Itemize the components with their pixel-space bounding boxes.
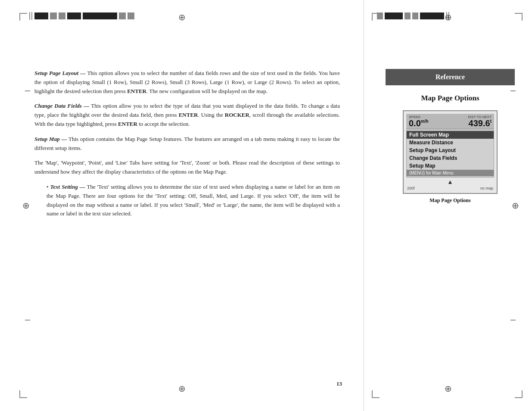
side-dash-left-top (25, 90, 30, 91)
change-data-fields-text4: to accept the selection. (137, 121, 190, 127)
menu-item-full-screen-map: Full Screen Map (407, 131, 494, 139)
page-container: ⊕ ⊕ ⊕ Setup Page Layout — This option al… (0, 0, 532, 411)
map-page-options-title: Map Page Options (386, 94, 515, 103)
top-bar-right (377, 12, 449, 20)
left-page: ⊕ ⊕ ⊕ Setup Page Layout — This option al… (0, 0, 364, 411)
right-page: ⊕ ⊕ ⊕ Reference Map Page Options SPEED 0… (364, 0, 532, 411)
menu-button: (MENU) for Main Menu (407, 170, 494, 176)
crosshair-top: ⊕ (178, 12, 186, 22)
change-data-fields-enter1: ENTER (179, 112, 198, 118)
tabs-info-text: The 'Map', 'Waypoint', 'Point', and 'Lin… (34, 159, 340, 175)
top-bar-left (29, 12, 134, 20)
device-scale: 200f (407, 186, 415, 190)
setup-page-layout-text2: . The new configuration will be displaye… (146, 88, 268, 94)
map-page-options-caption: Map Page Options (386, 197, 515, 204)
dist-section: DIST TO NEXT 439.6t (468, 115, 492, 128)
device-footer: 200f no map (406, 186, 494, 190)
change-data-fields-text2: . Using the (198, 112, 225, 118)
speed-value: 0.0m/h (409, 119, 429, 128)
setup-page-layout-para: Setup Page Layout — This option allows y… (34, 69, 340, 96)
text-setting-text: The 'Text' setting allows you to determi… (47, 184, 340, 217)
tabs-info-para: The 'Map', 'Waypoint', 'Point', and 'Lin… (34, 159, 340, 177)
corner-right-tr (515, 13, 523, 21)
side-dash-right-bottom (510, 320, 516, 321)
setup-page-layout-enter1: ENTER (127, 88, 146, 94)
change-data-fields-rocker: ROCKER (225, 112, 249, 118)
corner-bl (19, 390, 27, 398)
speed-unit: m/h (421, 119, 429, 124)
text-setting-label: Text Setting — (50, 184, 85, 190)
setup-map-label: Setup Map — (34, 136, 67, 142)
menu-item-measure-distance: Measure Distance (407, 139, 494, 146)
device-menu: Full Screen Map Measure Distance Setup P… (406, 130, 494, 177)
side-dash-right-top (510, 90, 516, 91)
setup-page-layout-label: Setup Page Layout — (34, 70, 86, 76)
corner-right-br (515, 390, 523, 398)
menu-item-setup-map: Setup Map (407, 162, 494, 170)
side-dash-left-bottom (25, 320, 30, 321)
dist-unit: t (490, 119, 492, 124)
reference-header: Reference (386, 69, 515, 85)
crosshair-middle-left: ⊕ (22, 200, 30, 211)
text-setting-bullet: • Text Setting — The 'Text' setting allo… (47, 183, 340, 218)
change-data-fields-enter2: ENTER (118, 121, 137, 127)
speed-section: SPEED 0.0m/h (409, 115, 429, 128)
device-mockup: SPEED 0.0m/h DIST TO NEXT 439.6t Full (403, 110, 498, 194)
crosshair-top-right: ⊕ (445, 12, 452, 22)
dist-value: 439.6t (468, 119, 492, 128)
corner-tl (19, 13, 27, 21)
right-content: Reference Map Page Options SPEED 0.0m/h … (386, 69, 515, 204)
menu-item-setup-page-layout: Setup Page Layout (407, 146, 494, 154)
setup-map-text: This option contains the Map Page Setup … (34, 136, 340, 151)
change-data-fields-label: Change Data Fields — (34, 103, 89, 109)
crosshair-bottom: ⊕ (178, 383, 186, 394)
change-data-fields-para: Change Data Fields — This option allow y… (34, 102, 340, 128)
crosshair-bottom-right: ⊕ (445, 383, 452, 394)
menu-item-change-data-fields: Change Data Fields (407, 154, 494, 162)
device-no-map: no map (480, 186, 493, 190)
crosshair-middle-right: ⊕ (512, 200, 519, 211)
page-number: 13 (336, 380, 342, 387)
device-arrow: ▲ (406, 178, 494, 185)
main-content: Setup Page Layout — This option allows y… (34, 69, 340, 218)
setup-map-para: Setup Map — This option contains the Map… (34, 135, 340, 153)
corner-right-bl (372, 390, 380, 398)
